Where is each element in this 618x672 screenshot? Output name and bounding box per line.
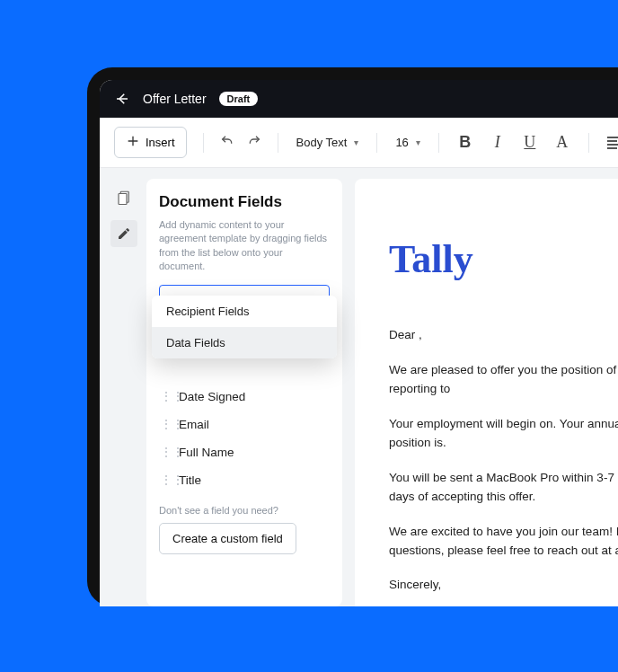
field-label: Date Signed bbox=[179, 390, 245, 403]
doc-paragraph: Your employment will begin on. Your annu… bbox=[389, 415, 618, 453]
back-arrow-icon[interactable] bbox=[114, 91, 130, 107]
toolbar-separator bbox=[376, 133, 377, 153]
tablet-frame: Offer Letter Draft Insert B bbox=[87, 67, 618, 606]
panel-title: Document Fields bbox=[159, 193, 330, 211]
doc-paragraph: We are pleased to offer you the position… bbox=[389, 361, 618, 399]
chevron-down-icon: ▾ bbox=[416, 137, 420, 147]
insert-label: Insert bbox=[146, 136, 175, 149]
field-item[interactable]: ⋮⋮ Title bbox=[159, 468, 330, 492]
text-color-button[interactable]: A bbox=[552, 133, 572, 152]
panel-description: Add dynamic content to your agreement te… bbox=[159, 218, 330, 274]
underline-button[interactable]: U bbox=[520, 133, 540, 152]
redo-icon[interactable] bbox=[247, 134, 261, 151]
align-left-icon bbox=[607, 137, 618, 149]
option-recipient-fields[interactable]: Recipient Fields bbox=[152, 296, 337, 327]
paragraph-style-dropdown[interactable]: Body Text ▾ bbox=[295, 132, 361, 153]
custom-field-prompt: Don't see a field you need? bbox=[159, 505, 330, 516]
doc-paragraph: Dear , bbox=[389, 326, 618, 345]
doc-paragraph: Sincerely, bbox=[389, 576, 618, 595]
font-size-dropdown[interactable]: 16 ▾ bbox=[393, 132, 421, 153]
undo-icon[interactable] bbox=[220, 134, 234, 151]
toolbar-separator bbox=[278, 133, 278, 153]
side-tabs bbox=[110, 179, 137, 606]
titlebar: Offer Letter Draft bbox=[100, 80, 618, 118]
field-type-popover: Recipient Fields Data Fields bbox=[152, 296, 337, 358]
toolbar-separator bbox=[588, 133, 589, 153]
field-label: Email bbox=[179, 418, 209, 431]
drag-handle-icon[interactable]: ⋮⋮ bbox=[161, 418, 170, 430]
toolbar-separator bbox=[203, 133, 204, 153]
field-label: Full Name bbox=[179, 446, 234, 459]
plus-icon bbox=[126, 134, 140, 151]
chevron-down-icon: ▾ bbox=[354, 137, 358, 147]
italic-button[interactable]: I bbox=[488, 133, 508, 152]
drag-handle-icon[interactable]: ⋮⋮ bbox=[161, 473, 170, 486]
document-canvas[interactable]: Tally Dear , We are pleased to offer you… bbox=[355, 179, 618, 606]
editor-toolbar: Insert Body Text ▾ 16 ▾ bbox=[100, 118, 618, 168]
doc-paragraph: We are excited to have you join our team… bbox=[389, 523, 618, 561]
bold-button[interactable]: B bbox=[455, 133, 475, 152]
option-data-fields[interactable]: Data Fields bbox=[152, 327, 337, 358]
align-dropdown[interactable]: ▾ bbox=[605, 133, 618, 153]
field-item[interactable]: ⋮⋮ Date Signed bbox=[159, 385, 330, 409]
field-item[interactable]: ⋮⋮ Email bbox=[159, 412, 330, 437]
edit-tab[interactable] bbox=[110, 220, 137, 247]
create-custom-field-button[interactable]: Create a custom field bbox=[159, 523, 296, 554]
svg-rect-1 bbox=[119, 194, 127, 205]
drag-handle-icon[interactable]: ⋮⋮ bbox=[161, 446, 170, 458]
font-size-value: 16 bbox=[395, 136, 408, 149]
company-logo: Tally bbox=[389, 229, 618, 290]
field-item[interactable]: ⋮⋮ Full Name bbox=[159, 440, 330, 464]
field-list: ⋮⋮ Date Signed ⋮⋮ Email ⋮⋮ Full Name ⋮ bbox=[159, 385, 330, 492]
side-panel: Document Fields Add dynamic content to y… bbox=[110, 179, 342, 606]
app-screen: Offer Letter Draft Insert B bbox=[100, 80, 618, 606]
toolbar-separator bbox=[438, 133, 439, 153]
editor-main: Document Fields Add dynamic content to y… bbox=[100, 168, 618, 606]
page-title: Offer Letter bbox=[143, 92, 207, 106]
document-fields-card: Document Fields Add dynamic content to y… bbox=[146, 179, 342, 606]
field-label: Title bbox=[179, 473, 201, 487]
status-badge: Draft bbox=[219, 92, 259, 106]
paragraph-style-label: Body Text bbox=[296, 136, 348, 149]
doc-paragraph: You will be sent a MacBook Pro within 3-… bbox=[389, 469, 618, 507]
drag-handle-icon[interactable]: ⋮⋮ bbox=[161, 390, 170, 402]
pages-tab[interactable] bbox=[110, 184, 137, 211]
insert-button[interactable]: Insert bbox=[114, 127, 187, 158]
